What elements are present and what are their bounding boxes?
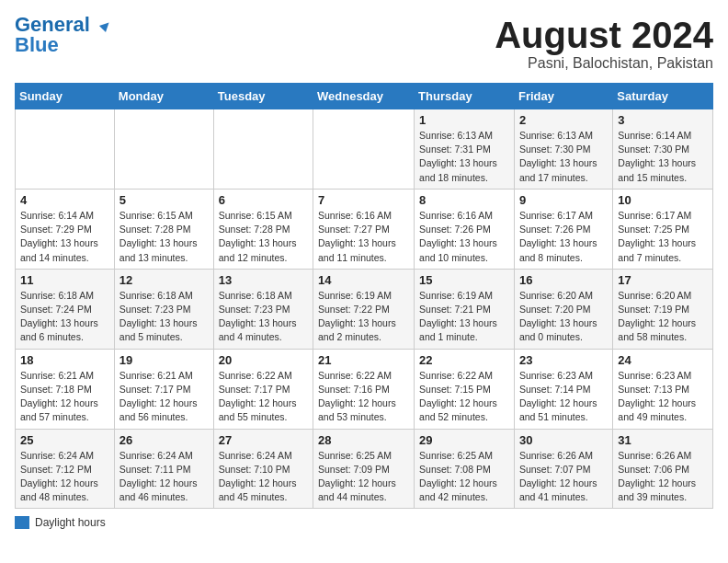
day-number: 9 [519, 193, 608, 207]
legend-label: Daylight hours [35, 516, 106, 529]
day-number: 15 [419, 273, 509, 287]
day-number: 21 [318, 353, 409, 367]
day-number: 24 [618, 353, 708, 367]
calendar-cell: 25Sunrise: 6:24 AMSunset: 7:12 PMDayligh… [16, 429, 115, 509]
day-number: 19 [119, 353, 209, 367]
day-number: 2 [519, 113, 608, 127]
logo-blue-text: Blue [15, 35, 59, 55]
day-info: Sunrise: 6:22 AMSunset: 7:15 PMDaylight:… [419, 369, 509, 425]
day-number: 16 [519, 273, 608, 287]
day-number: 13 [219, 273, 308, 287]
day-info: Sunrise: 6:20 AMSunset: 7:19 PMDaylight:… [618, 289, 708, 345]
calendar-day-header: Sunday [16, 84, 115, 109]
svg-marker-0 [99, 19, 112, 32]
day-info: Sunrise: 6:16 AMSunset: 7:26 PMDaylight:… [419, 209, 509, 265]
calendar-week-row: 4Sunrise: 6:14 AMSunset: 7:29 PMDaylight… [16, 189, 713, 269]
day-info: Sunrise: 6:24 AMSunset: 7:10 PMDaylight:… [219, 449, 308, 505]
day-number: 1 [419, 113, 509, 127]
day-info: Sunrise: 6:22 AMSunset: 7:16 PMDaylight:… [318, 369, 409, 425]
calendar-week-row: 18Sunrise: 6:21 AMSunset: 7:18 PMDayligh… [16, 349, 713, 429]
calendar-cell [16, 109, 115, 190]
day-info: Sunrise: 6:20 AMSunset: 7:20 PMDaylight:… [519, 289, 608, 345]
day-number: 28 [318, 433, 409, 447]
day-info: Sunrise: 6:22 AMSunset: 7:17 PMDaylight:… [219, 369, 308, 425]
day-info: Sunrise: 6:19 AMSunset: 7:22 PMDaylight:… [318, 289, 409, 345]
calendar-cell: 24Sunrise: 6:23 AMSunset: 7:13 PMDayligh… [613, 349, 713, 429]
calendar-cell: 3Sunrise: 6:14 AMSunset: 7:30 PMDaylight… [613, 109, 713, 190]
calendar-table: SundayMondayTuesdayWednesdayThursdayFrid… [15, 83, 713, 509]
day-info: Sunrise: 6:13 AMSunset: 7:30 PMDaylight:… [519, 129, 608, 185]
day-number: 25 [20, 433, 109, 447]
day-info: Sunrise: 6:23 AMSunset: 7:14 PMDaylight:… [519, 369, 608, 425]
calendar-cell: 12Sunrise: 6:18 AMSunset: 7:23 PMDayligh… [114, 269, 213, 349]
footer-legend: Daylight hours [15, 516, 713, 529]
day-info: Sunrise: 6:21 AMSunset: 7:17 PMDaylight:… [119, 369, 209, 425]
day-info: Sunrise: 6:17 AMSunset: 7:25 PMDaylight:… [618, 209, 708, 265]
day-number: 18 [20, 353, 109, 367]
calendar-cell [313, 109, 415, 190]
day-number: 30 [519, 433, 608, 447]
day-info: Sunrise: 6:24 AMSunset: 7:11 PMDaylight:… [119, 449, 209, 505]
day-info: Sunrise: 6:14 AMSunset: 7:30 PMDaylight:… [618, 129, 708, 185]
legend-color-box [15, 516, 29, 529]
calendar-cell: 9Sunrise: 6:17 AMSunset: 7:26 PMDaylight… [514, 189, 612, 269]
day-number: 5 [119, 193, 209, 207]
title-block: August 2024 Pasni, Balochistan, Pakistan [495, 15, 713, 72]
calendar-cell: 7Sunrise: 6:16 AMSunset: 7:27 PMDaylight… [313, 189, 415, 269]
day-number: 11 [20, 273, 109, 287]
calendar-cell: 1Sunrise: 6:13 AMSunset: 7:31 PMDaylight… [415, 109, 515, 190]
day-number: 14 [318, 273, 409, 287]
calendar-cell: 6Sunrise: 6:15 AMSunset: 7:28 PMDaylight… [213, 189, 313, 269]
calendar-week-row: 1Sunrise: 6:13 AMSunset: 7:31 PMDaylight… [16, 109, 713, 190]
calendar-cell: 18Sunrise: 6:21 AMSunset: 7:18 PMDayligh… [16, 349, 115, 429]
calendar-cell: 16Sunrise: 6:20 AMSunset: 7:20 PMDayligh… [514, 269, 612, 349]
day-number: 26 [119, 433, 209, 447]
calendar-cell: 31Sunrise: 6:26 AMSunset: 7:06 PMDayligh… [613, 429, 713, 509]
calendar-cell: 29Sunrise: 6:25 AMSunset: 7:08 PMDayligh… [415, 429, 515, 509]
calendar-cell [114, 109, 213, 190]
day-number: 8 [419, 193, 509, 207]
calendar-cell: 5Sunrise: 6:15 AMSunset: 7:28 PMDaylight… [114, 189, 213, 269]
day-info: Sunrise: 6:15 AMSunset: 7:28 PMDaylight:… [219, 209, 308, 265]
day-info: Sunrise: 6:26 AMSunset: 7:07 PMDaylight:… [519, 449, 608, 505]
day-info: Sunrise: 6:16 AMSunset: 7:27 PMDaylight:… [318, 209, 409, 265]
calendar-week-row: 25Sunrise: 6:24 AMSunset: 7:12 PMDayligh… [16, 429, 713, 509]
calendar-day-header: Wednesday [313, 84, 415, 109]
calendar-week-row: 11Sunrise: 6:18 AMSunset: 7:24 PMDayligh… [16, 269, 713, 349]
calendar-cell: 15Sunrise: 6:19 AMSunset: 7:21 PMDayligh… [415, 269, 515, 349]
day-info: Sunrise: 6:17 AMSunset: 7:26 PMDaylight:… [519, 209, 608, 265]
day-number: 3 [618, 113, 708, 127]
calendar-day-header: Saturday [613, 84, 713, 109]
calendar-cell [213, 109, 313, 190]
day-number: 6 [219, 193, 308, 207]
page-header: General Blue August 2024 Pasni, Balochis… [15, 15, 713, 72]
calendar-day-header: Monday [114, 84, 213, 109]
calendar-day-header: Thursday [415, 84, 515, 109]
calendar-cell: 22Sunrise: 6:22 AMSunset: 7:15 PMDayligh… [415, 349, 515, 429]
calendar-cell: 19Sunrise: 6:21 AMSunset: 7:17 PMDayligh… [114, 349, 213, 429]
logo: General Blue [15, 15, 114, 55]
calendar-cell: 2Sunrise: 6:13 AMSunset: 7:30 PMDaylight… [514, 109, 612, 190]
day-info: Sunrise: 6:23 AMSunset: 7:13 PMDaylight:… [618, 369, 708, 425]
calendar-cell: 4Sunrise: 6:14 AMSunset: 7:29 PMDaylight… [16, 189, 115, 269]
day-info: Sunrise: 6:25 AMSunset: 7:09 PMDaylight:… [318, 449, 409, 505]
calendar-cell: 10Sunrise: 6:17 AMSunset: 7:25 PMDayligh… [613, 189, 713, 269]
calendar-day-header: Tuesday [213, 84, 313, 109]
location-title: Pasni, Balochistan, Pakistan [495, 55, 713, 72]
day-info: Sunrise: 6:18 AMSunset: 7:23 PMDaylight:… [119, 289, 209, 345]
calendar-cell: 30Sunrise: 6:26 AMSunset: 7:07 PMDayligh… [514, 429, 612, 509]
calendar-body: 1Sunrise: 6:13 AMSunset: 7:31 PMDaylight… [16, 109, 713, 509]
calendar-header: SundayMondayTuesdayWednesdayThursdayFrid… [16, 84, 713, 109]
day-number: 31 [618, 433, 708, 447]
day-number: 29 [419, 433, 509, 447]
day-info: Sunrise: 6:13 AMSunset: 7:31 PMDaylight:… [419, 129, 509, 185]
day-info: Sunrise: 6:18 AMSunset: 7:23 PMDaylight:… [219, 289, 308, 345]
logo-icon [97, 17, 114, 34]
day-info: Sunrise: 6:25 AMSunset: 7:08 PMDaylight:… [419, 449, 509, 505]
calendar-cell: 13Sunrise: 6:18 AMSunset: 7:23 PMDayligh… [213, 269, 313, 349]
calendar-cell: 8Sunrise: 6:16 AMSunset: 7:26 PMDaylight… [415, 189, 515, 269]
day-number: 17 [618, 273, 708, 287]
day-number: 12 [119, 273, 209, 287]
day-info: Sunrise: 6:15 AMSunset: 7:28 PMDaylight:… [119, 209, 209, 265]
calendar-cell: 26Sunrise: 6:24 AMSunset: 7:11 PMDayligh… [114, 429, 213, 509]
